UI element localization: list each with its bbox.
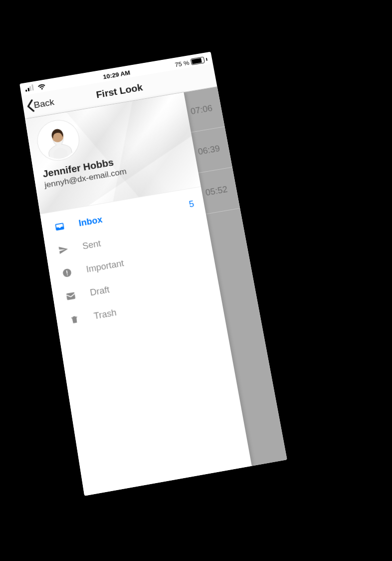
message-time: 06:39 bbox=[197, 143, 220, 157]
back-button[interactable]: Back bbox=[24, 90, 56, 118]
avatar[interactable] bbox=[35, 117, 82, 163]
page-title: First Look bbox=[95, 82, 144, 100]
back-label: Back bbox=[33, 97, 55, 110]
trash-icon bbox=[67, 313, 82, 325]
draft-icon bbox=[64, 290, 78, 302]
message-time: 07:06 bbox=[190, 103, 213, 117]
send-icon bbox=[56, 244, 71, 256]
svg-rect-3 bbox=[67, 275, 68, 276]
inbox-icon bbox=[52, 221, 67, 233]
important-icon bbox=[60, 267, 74, 279]
message-time: 05:52 bbox=[204, 184, 228, 198]
